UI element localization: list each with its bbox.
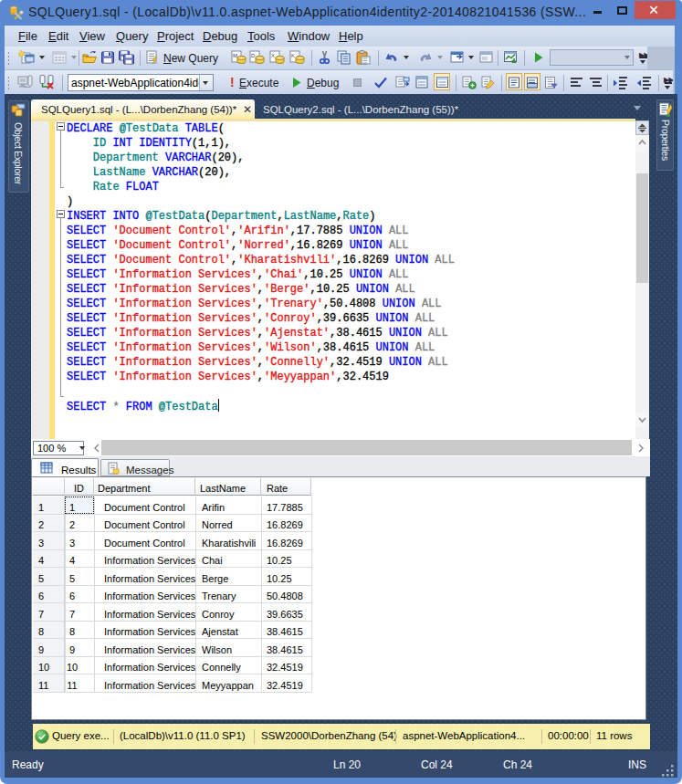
svg-text:M: M [233,53,237,58]
svg-text:X: X [271,53,275,58]
svg-text:D: D [251,53,256,58]
svg-text:K: K [291,53,295,58]
